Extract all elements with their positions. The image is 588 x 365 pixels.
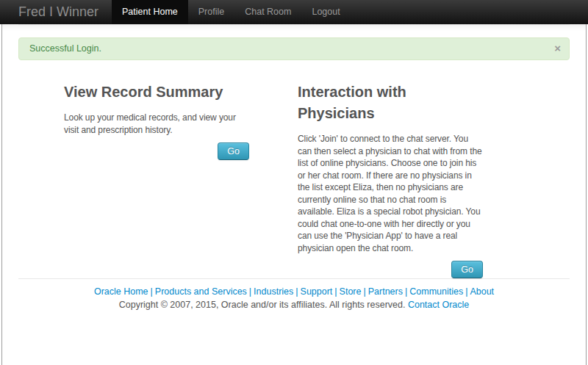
footer-link-partners[interactable]: Partners <box>368 286 403 297</box>
footer-link-about[interactable]: About <box>470 286 494 297</box>
footer-link-support[interactable]: Support <box>301 286 333 297</box>
footer-link-industries[interactable]: Industries <box>254 286 293 297</box>
go-button-physician-chat[interactable]: Go <box>451 261 483 278</box>
separator: | <box>249 286 251 297</box>
go-button-record-summary[interactable]: Go <box>218 142 249 160</box>
top-divider <box>18 24 570 25</box>
footer-link-oracle-home[interactable]: Oracle Home <box>94 286 148 297</box>
nav-item-chat-room[interactable]: Chat Room <box>234 0 301 24</box>
nav-item-logout[interactable]: Logout <box>301 0 350 24</box>
navbar: Fred I Winner Patient Home Profile Chat … <box>0 0 588 24</box>
copyright-text: Copyright © 2007, 2015, Oracle and/or it… <box>119 300 406 310</box>
sections-row: View Record Summary Look up your medical… <box>18 82 570 278</box>
button-row: Go <box>64 142 249 160</box>
alert-close-icon[interactable]: × <box>554 43 561 54</box>
separator: | <box>465 286 467 297</box>
nav-menu: Patient Home Profile Chat Room Logout <box>112 0 351 24</box>
separator: | <box>405 286 407 297</box>
button-row: Go <box>298 261 483 278</box>
brand[interactable]: Fred I Winner <box>0 0 112 24</box>
separator: | <box>334 286 337 297</box>
footer: Oracle Home|Products and Services|Indust… <box>18 286 570 311</box>
footer-copyright: Copyright © 2007, 2015, Oracle and/or it… <box>18 299 570 311</box>
section-title: View Record Summary <box>64 82 249 103</box>
footer-links: Oracle Home|Products and Services|Indust… <box>18 286 570 297</box>
section-interaction-with-physicians: Interaction with Physicians Click 'Join'… <box>298 82 483 278</box>
separator: | <box>363 286 365 297</box>
alert-message: Successful Login. <box>29 43 101 54</box>
section-body: Look up your medical records, and view y… <box>64 112 249 136</box>
page-content: Successful Login. × View Record Summary … <box>2 24 586 311</box>
footer-link-communities[interactable]: Communities <box>409 286 463 297</box>
section-title: Interaction with Physicians <box>298 82 483 124</box>
footer-divider <box>18 278 570 279</box>
success-alert: Successful Login. × <box>18 37 570 60</box>
separator: | <box>295 286 298 297</box>
nav-item-profile[interactable]: Profile <box>188 0 234 24</box>
footer-link-products-and-services[interactable]: Products and Services <box>155 286 247 297</box>
contact-oracle-link[interactable]: Contact Oracle <box>408 300 469 310</box>
footer-link-store[interactable]: Store <box>340 286 362 297</box>
separator: | <box>151 286 153 297</box>
nav-item-patient-home[interactable]: Patient Home <box>112 0 188 24</box>
section-body: Click 'Join' to connect to the chat serv… <box>298 133 483 254</box>
section-view-record-summary: View Record Summary Look up your medical… <box>64 82 249 278</box>
page-frame: Successful Login. × View Record Summary … <box>1 24 587 365</box>
